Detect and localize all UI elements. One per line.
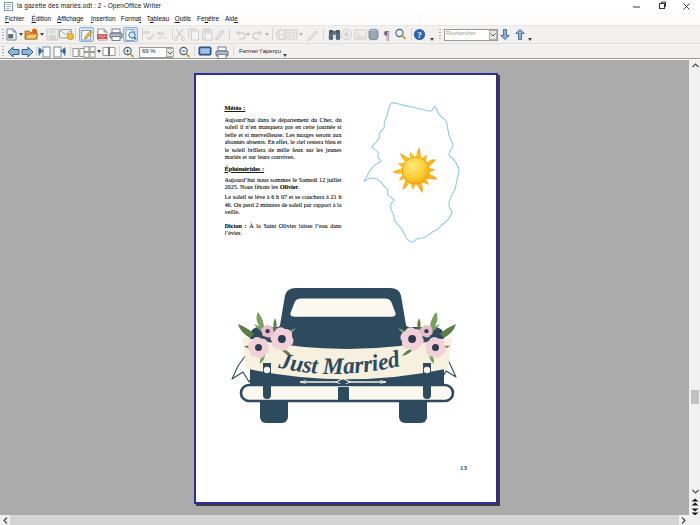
svg-text:¶: ¶ (384, 28, 390, 41)
svg-text:ab: ab (143, 29, 150, 35)
svg-text:ab: ab (157, 30, 164, 36)
svg-text:PDF: PDF (98, 35, 106, 39)
svg-text:?: ? (417, 30, 422, 40)
